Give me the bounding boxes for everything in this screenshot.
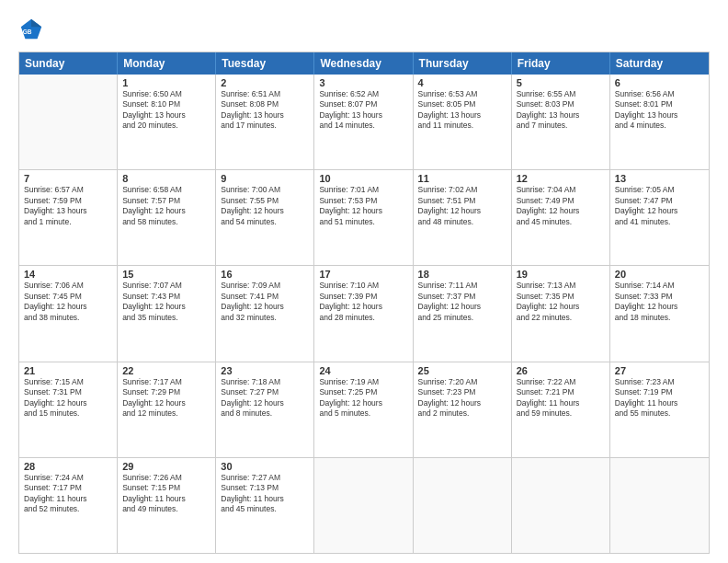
day-info: Sunrise: 7:22 AM Sunset: 7:21 PM Dayligh…: [517, 377, 605, 419]
day-info: Sunrise: 7:27 AM Sunset: 7:13 PM Dayligh…: [221, 473, 309, 515]
day-number: 28: [24, 461, 112, 472]
day-info: Sunrise: 7:26 AM Sunset: 7:15 PM Dayligh…: [122, 473, 210, 515]
weekday-header: Saturday: [610, 52, 709, 75]
day-number: 29: [122, 461, 210, 472]
day-number: 19: [517, 269, 605, 280]
calendar-cell: 28Sunrise: 7:24 AM Sunset: 7:17 PM Dayli…: [19, 458, 118, 553]
calendar-cell: 19Sunrise: 7:13 AM Sunset: 7:35 PM Dayli…: [512, 266, 610, 361]
day-info: Sunrise: 6:56 AM Sunset: 8:01 PM Dayligh…: [615, 89, 704, 132]
day-number: 22: [122, 365, 210, 376]
day-info: Sunrise: 6:50 AM Sunset: 8:10 PM Dayligh…: [122, 89, 210, 132]
day-number: 21: [24, 365, 112, 376]
day-number: 10: [319, 173, 407, 184]
weekday-header: Thursday: [414, 52, 512, 75]
day-number: 3: [319, 77, 407, 88]
calendar-cell: 18Sunrise: 7:11 AM Sunset: 7:37 PM Dayli…: [414, 266, 512, 361]
day-info: Sunrise: 6:55 AM Sunset: 8:03 PM Dayligh…: [517, 89, 605, 132]
day-number: 8: [122, 173, 210, 184]
day-number: 14: [24, 269, 112, 280]
weekday-header: Friday: [512, 52, 610, 75]
day-info: Sunrise: 7:02 AM Sunset: 7:51 PM Dayligh…: [418, 185, 506, 227]
day-number: 27: [615, 365, 704, 376]
logo-icon: GB: [18, 17, 44, 42]
calendar-cell: 17Sunrise: 7:10 AM Sunset: 7:39 PM Dayli…: [314, 266, 413, 361]
calendar-cell: 3Sunrise: 6:52 AM Sunset: 8:07 PM Daylig…: [314, 75, 413, 169]
calendar-cell: 24Sunrise: 7:19 AM Sunset: 7:25 PM Dayli…: [314, 362, 413, 457]
day-number: 24: [319, 365, 407, 376]
calendar-cell: [19, 75, 118, 169]
calendar-cell: 29Sunrise: 7:26 AM Sunset: 7:15 PM Dayli…: [118, 458, 216, 553]
day-number: 6: [615, 77, 704, 88]
calendar-cell: 5Sunrise: 6:55 AM Sunset: 8:03 PM Daylig…: [512, 75, 610, 169]
calendar-cell: 23Sunrise: 7:18 AM Sunset: 7:27 PM Dayli…: [216, 362, 314, 457]
day-number: 1: [122, 77, 210, 88]
calendar-cell: 11Sunrise: 7:02 AM Sunset: 7:51 PM Dayli…: [414, 170, 512, 265]
day-number: 17: [319, 269, 407, 280]
calendar-cell: 8Sunrise: 6:58 AM Sunset: 7:57 PM Daylig…: [118, 170, 216, 265]
day-info: Sunrise: 7:07 AM Sunset: 7:43 PM Dayligh…: [122, 281, 210, 323]
calendar-cell: 10Sunrise: 7:01 AM Sunset: 7:53 PM Dayli…: [314, 170, 413, 265]
calendar-cell: 6Sunrise: 6:56 AM Sunset: 8:01 PM Daylig…: [610, 75, 709, 169]
day-number: 18: [418, 269, 506, 280]
day-number: 9: [221, 173, 309, 184]
calendar-cell: 14Sunrise: 7:06 AM Sunset: 7:45 PM Dayli…: [19, 266, 118, 361]
weekday-header: Monday: [118, 52, 216, 75]
calendar-row: 21Sunrise: 7:15 AM Sunset: 7:31 PM Dayli…: [19, 362, 709, 458]
day-info: Sunrise: 7:04 AM Sunset: 7:49 PM Dayligh…: [517, 185, 605, 227]
day-info: Sunrise: 7:20 AM Sunset: 7:23 PM Dayligh…: [418, 377, 506, 419]
day-number: 11: [418, 173, 506, 184]
day-number: 25: [418, 365, 506, 376]
calendar-cell: [314, 458, 413, 553]
day-info: Sunrise: 7:18 AM Sunset: 7:27 PM Dayligh…: [221, 377, 309, 419]
day-info: Sunrise: 7:11 AM Sunset: 7:37 PM Dayligh…: [418, 281, 506, 323]
day-info: Sunrise: 6:52 AM Sunset: 8:07 PM Dayligh…: [319, 89, 407, 132]
calendar-cell: 15Sunrise: 7:07 AM Sunset: 7:43 PM Dayli…: [118, 266, 216, 361]
calendar-cell: 12Sunrise: 7:04 AM Sunset: 7:49 PM Dayli…: [512, 170, 610, 265]
weekday-header: Sunday: [19, 52, 118, 75]
day-number: 16: [221, 269, 309, 280]
calendar-cell: 7Sunrise: 6:57 AM Sunset: 7:59 PM Daylig…: [19, 170, 118, 265]
day-info: Sunrise: 7:13 AM Sunset: 7:35 PM Dayligh…: [517, 281, 605, 323]
weekday-header: Tuesday: [216, 52, 314, 75]
calendar-cell: 25Sunrise: 7:20 AM Sunset: 7:23 PM Dayli…: [414, 362, 512, 457]
calendar-cell: 20Sunrise: 7:14 AM Sunset: 7:33 PM Dayli…: [610, 266, 709, 361]
day-number: 20: [615, 269, 704, 280]
calendar-cell: [414, 458, 512, 553]
day-number: 15: [122, 269, 210, 280]
svg-marker-1: [31, 19, 41, 27]
day-number: 7: [24, 173, 112, 184]
day-info: Sunrise: 7:23 AM Sunset: 7:19 PM Dayligh…: [615, 377, 704, 419]
day-number: 30: [221, 461, 309, 472]
day-number: 2: [221, 77, 309, 88]
calendar-cell: 22Sunrise: 7:17 AM Sunset: 7:29 PM Dayli…: [118, 362, 216, 457]
day-info: Sunrise: 7:09 AM Sunset: 7:41 PM Dayligh…: [221, 281, 309, 323]
calendar-cell: 21Sunrise: 7:15 AM Sunset: 7:31 PM Dayli…: [19, 362, 118, 457]
calendar-row: 7Sunrise: 6:57 AM Sunset: 7:59 PM Daylig…: [19, 170, 709, 266]
calendar-cell: [512, 458, 610, 553]
calendar: SundayMondayTuesdayWednesdayThursdayFrid…: [18, 52, 710, 554]
day-info: Sunrise: 7:00 AM Sunset: 7:55 PM Dayligh…: [221, 185, 309, 227]
calendar-row: 14Sunrise: 7:06 AM Sunset: 7:45 PM Dayli…: [19, 266, 709, 362]
day-info: Sunrise: 7:01 AM Sunset: 7:53 PM Dayligh…: [319, 185, 407, 227]
day-number: 4: [418, 77, 506, 88]
calendar-cell: 9Sunrise: 7:00 AM Sunset: 7:55 PM Daylig…: [216, 170, 314, 265]
day-info: Sunrise: 7:24 AM Sunset: 7:17 PM Dayligh…: [24, 473, 112, 515]
calendar-cell: 26Sunrise: 7:22 AM Sunset: 7:21 PM Dayli…: [512, 362, 610, 457]
calendar-row: 28Sunrise: 7:24 AM Sunset: 7:17 PM Dayli…: [19, 458, 709, 553]
weekday-header: Wednesday: [314, 52, 413, 75]
calendar-cell: 30Sunrise: 7:27 AM Sunset: 7:13 PM Dayli…: [216, 458, 314, 553]
logo: GB: [18, 17, 48, 42]
day-number: 13: [615, 173, 704, 184]
day-number: 5: [517, 77, 605, 88]
day-info: Sunrise: 6:51 AM Sunset: 8:08 PM Dayligh…: [221, 89, 309, 132]
day-info: Sunrise: 7:19 AM Sunset: 7:25 PM Dayligh…: [319, 377, 407, 419]
svg-text:GB: GB: [23, 29, 32, 35]
day-info: Sunrise: 6:53 AM Sunset: 8:05 PM Dayligh…: [418, 89, 506, 132]
calendar-header: SundayMondayTuesdayWednesdayThursdayFrid…: [19, 52, 709, 75]
day-number: 26: [517, 365, 605, 376]
day-number: 23: [221, 365, 309, 376]
calendar-cell: 1Sunrise: 6:50 AM Sunset: 8:10 PM Daylig…: [118, 75, 216, 169]
day-info: Sunrise: 6:58 AM Sunset: 7:57 PM Dayligh…: [122, 185, 210, 227]
day-info: Sunrise: 7:06 AM Sunset: 7:45 PM Dayligh…: [24, 281, 112, 323]
calendar-cell: 4Sunrise: 6:53 AM Sunset: 8:05 PM Daylig…: [414, 75, 512, 169]
